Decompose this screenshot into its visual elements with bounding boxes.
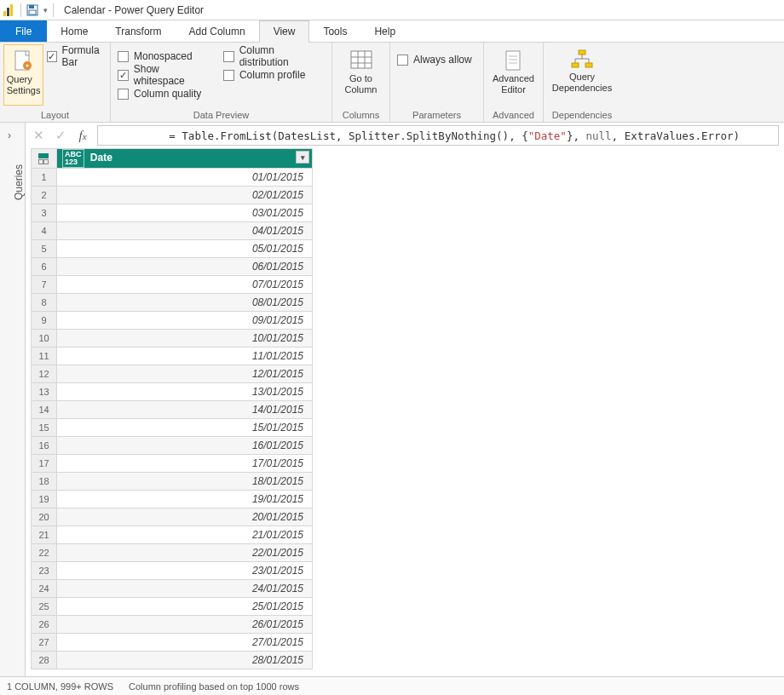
cell-date[interactable]: 26/01/2015 <box>57 616 313 634</box>
cancel-formula-icon[interactable]: ✕ <box>31 128 46 143</box>
table-row[interactable]: 808/01/2015 <box>32 294 313 312</box>
row-number[interactable]: 25 <box>32 598 57 616</box>
row-number[interactable]: 16 <box>32 437 57 455</box>
table-row[interactable]: 909/01/2015 <box>32 312 313 330</box>
cell-date[interactable]: 05/01/2015 <box>57 240 313 258</box>
save-icon[interactable] <box>26 4 38 16</box>
row-number[interactable]: 10 <box>32 330 57 348</box>
tab-tools[interactable]: Tools <box>309 20 360 42</box>
table-row[interactable]: 1212/01/2015 <box>32 365 313 383</box>
tab-view[interactable]: View <box>259 20 310 43</box>
table-row[interactable]: 2121/01/2015 <box>32 526 313 544</box>
cell-date[interactable]: 14/01/2015 <box>57 401 313 419</box>
table-row[interactable]: 303/01/2015 <box>32 204 313 222</box>
table-row[interactable]: 1515/01/2015 <box>32 419 313 437</box>
row-number[interactable]: 8 <box>32 294 57 312</box>
cell-date[interactable]: 17/01/2015 <box>57 455 313 473</box>
row-number[interactable]: 18 <box>32 473 57 491</box>
tab-help[interactable]: Help <box>360 20 409 42</box>
go-to-column-button[interactable]: Go to Column <box>337 46 386 95</box>
row-number[interactable]: 27 <box>32 634 57 652</box>
formula-input[interactable]: = Table.FromList(DatesList, Splitter.Spl… <box>97 125 779 146</box>
table-row[interactable]: 606/01/2015 <box>32 258 313 276</box>
row-number[interactable]: 21 <box>32 526 57 544</box>
table-row[interactable]: 404/01/2015 <box>32 222 313 240</box>
row-number[interactable]: 17 <box>32 455 57 473</box>
table-row[interactable]: 202/01/2015 <box>32 187 313 204</box>
tab-transform[interactable]: Transform <box>101 20 175 42</box>
column-profile-checkbox[interactable]: Column profile <box>223 66 325 83</box>
monospaced-checkbox[interactable]: Monospaced <box>118 48 211 65</box>
cell-date[interactable]: 01/01/2015 <box>57 169 313 187</box>
row-number[interactable]: 9 <box>32 312 57 330</box>
row-number[interactable]: 4 <box>32 222 57 240</box>
queries-pane-toggle[interactable]: › Queries <box>0 123 26 676</box>
cell-date[interactable]: 10/01/2015 <box>57 330 313 348</box>
table-row[interactable]: 101/01/2015 <box>32 169 313 187</box>
cell-date[interactable]: 22/01/2015 <box>57 544 313 562</box>
cell-date[interactable]: 21/01/2015 <box>57 526 313 544</box>
cell-date[interactable]: 03/01/2015 <box>57 204 313 222</box>
table-row[interactable]: 2727/01/2015 <box>32 634 313 652</box>
cell-date[interactable]: 16/01/2015 <box>57 437 313 455</box>
cell-date[interactable]: 09/01/2015 <box>57 312 313 330</box>
column-filter-dropdown[interactable]: ▾ <box>296 151 309 164</box>
fx-icon[interactable]: fx <box>75 129 90 143</box>
cell-date[interactable]: 25/01/2015 <box>57 598 313 616</box>
table-row[interactable]: 1111/01/2015 <box>32 348 313 365</box>
cell-date[interactable]: 19/01/2015 <box>57 491 313 508</box>
row-number[interactable]: 5 <box>32 240 57 258</box>
tab-home[interactable]: Home <box>47 20 101 42</box>
table-row[interactable]: 2323/01/2015 <box>32 562 313 580</box>
query-dependencies-button[interactable]: Query Dependencies <box>548 46 616 93</box>
row-number[interactable]: 6 <box>32 258 57 276</box>
table-row[interactable]: 1818/01/2015 <box>32 473 313 491</box>
cell-date[interactable]: 28/01/2015 <box>57 652 313 669</box>
cell-date[interactable]: 02/01/2015 <box>57 187 313 204</box>
table-row[interactable]: 1414/01/2015 <box>32 401 313 419</box>
cell-date[interactable]: 07/01/2015 <box>57 276 313 294</box>
column-header-date[interactable]: ABC 123 Date ▾ <box>57 149 313 169</box>
row-number[interactable]: 26 <box>32 616 57 634</box>
cell-date[interactable]: 24/01/2015 <box>57 580 313 598</box>
cell-date[interactable]: 23/01/2015 <box>57 562 313 580</box>
table-row[interactable]: 1919/01/2015 <box>32 491 313 508</box>
row-number[interactable]: 14 <box>32 401 57 419</box>
table-row[interactable]: 505/01/2015 <box>32 240 313 258</box>
row-number[interactable]: 1 <box>32 169 57 187</box>
row-number[interactable]: 13 <box>32 383 57 401</box>
cell-date[interactable]: 08/01/2015 <box>57 294 313 312</box>
table-corner[interactable] <box>32 149 57 169</box>
table-row[interactable]: 707/01/2015 <box>32 276 313 294</box>
cell-date[interactable]: 06/01/2015 <box>57 258 313 276</box>
row-number[interactable]: 2 <box>32 187 57 204</box>
table-row[interactable]: 2424/01/2015 <box>32 580 313 598</box>
cell-date[interactable]: 18/01/2015 <box>57 473 313 491</box>
table-row[interactable]: 2626/01/2015 <box>32 616 313 634</box>
column-quality-checkbox[interactable]: Column quality <box>118 85 211 102</box>
cell-date[interactable]: 11/01/2015 <box>57 348 313 365</box>
cell-date[interactable]: 27/01/2015 <box>57 634 313 652</box>
tab-file[interactable]: File <box>0 20 47 42</box>
row-number[interactable]: 7 <box>32 276 57 294</box>
row-number[interactable]: 19 <box>32 491 57 508</box>
table-row[interactable]: 2525/01/2015 <box>32 598 313 616</box>
table-row[interactable]: 1616/01/2015 <box>32 437 313 455</box>
row-number[interactable]: 12 <box>32 365 57 383</box>
cell-date[interactable]: 15/01/2015 <box>57 419 313 437</box>
cell-date[interactable]: 12/01/2015 <box>57 365 313 383</box>
table-row[interactable]: 1313/01/2015 <box>32 383 313 401</box>
table-row[interactable]: 2222/01/2015 <box>32 544 313 562</box>
table-row[interactable]: 2828/01/2015 <box>32 652 313 669</box>
cell-date[interactable]: 20/01/2015 <box>57 508 313 526</box>
row-number[interactable]: 3 <box>32 204 57 222</box>
row-number[interactable]: 22 <box>32 544 57 562</box>
table-row[interactable]: 1010/01/2015 <box>32 330 313 348</box>
commit-formula-icon[interactable]: ✓ <box>53 128 68 143</box>
show-whitespace-checkbox[interactable]: Show whitespace <box>118 66 211 83</box>
tab-add-column[interactable]: Add Column <box>176 20 259 42</box>
row-number[interactable]: 28 <box>32 652 57 669</box>
cell-date[interactable]: 13/01/2015 <box>57 383 313 401</box>
row-number[interactable]: 11 <box>32 348 57 365</box>
row-number[interactable]: 23 <box>32 562 57 580</box>
